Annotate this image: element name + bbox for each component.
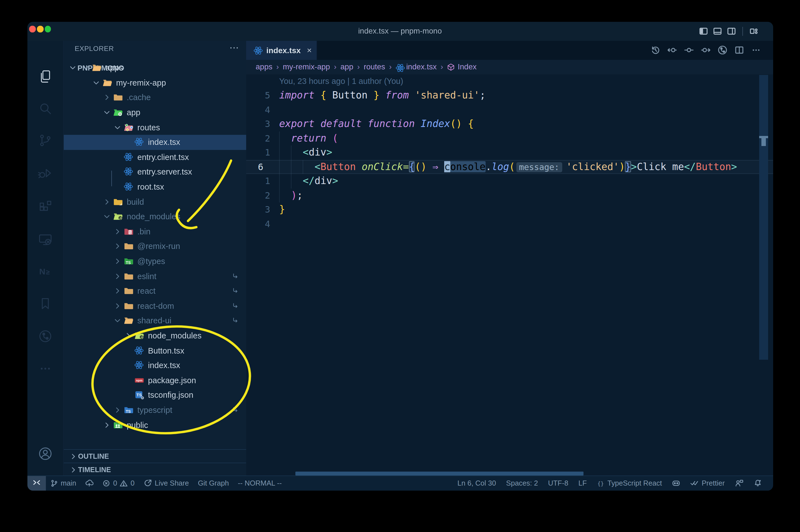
- tree-item-@remix-run[interactable]: @remix-run: [63, 239, 247, 254]
- status-git-graph[interactable]: Git Graph: [193, 476, 233, 490]
- tree-item-Button.tsx[interactable]: Button.tsx: [63, 343, 247, 358]
- activity-accounts[interactable]: [27, 442, 63, 464]
- chevron-down-icon: [103, 213, 111, 221]
- tree-item-label: app: [127, 108, 140, 117]
- outline-section-header[interactable]: OUTLINE: [63, 449, 247, 463]
- search-icon: [38, 101, 52, 115]
- tree-item-shared-ui[interactable]: shared-ui: [63, 313, 247, 328]
- npm-icon: npm: [134, 375, 144, 385]
- breadcrumb-item-app[interactable]: app: [340, 63, 353, 71]
- tree-item-label: react-dom: [137, 302, 174, 310]
- symlink-icon: [232, 287, 240, 295]
- tree-item-react[interactable]: react: [63, 284, 247, 299]
- activity-extensions[interactable]: [27, 195, 63, 217]
- tree-item-eslint[interactable]: eslint: [63, 269, 247, 284]
- tree-item-label: apps: [106, 63, 123, 73]
- more-actions-button[interactable]: [751, 45, 761, 55]
- breadcrumb-item-my-remix-app[interactable]: my-remix-app: [283, 63, 330, 71]
- current-change-button[interactable]: [684, 45, 693, 55]
- split-editor-button[interactable]: [734, 45, 744, 55]
- tree-item-entry.server.tsx[interactable]: entry.server.tsx: [63, 165, 247, 179]
- activity-search[interactable]: [27, 97, 63, 119]
- activity-git-graph[interactable]: [27, 325, 63, 347]
- tree-item-my-remix-app[interactable]: my-remix-app: [63, 75, 247, 90]
- code-line: 4: [246, 217, 773, 231]
- toggle-panel-button[interactable]: [712, 26, 722, 36]
- tab-index-tsx[interactable]: index.tsx ×: [246, 41, 317, 60]
- line-number: 4: [246, 103, 270, 117]
- breadcrumb-item-apps[interactable]: apps: [256, 63, 272, 71]
- sidebar-more-actions-icon[interactable]: ⋯: [229, 42, 239, 53]
- status-vim-mode[interactable]: -- NORMAL --: [233, 476, 286, 490]
- tree-item-label: build: [127, 197, 144, 206]
- tree-item-node_modules[interactable]: JSnode_modules: [63, 209, 247, 224]
- tree-item-label: react: [137, 286, 155, 296]
- activity-source-control[interactable]: [27, 129, 63, 152]
- customize-layout-button[interactable]: [749, 26, 758, 36]
- chevron-right-icon: [69, 466, 78, 474]
- git-branch-circle-button[interactable]: [718, 45, 727, 55]
- timeline-section-header[interactable]: TIMELINE: [63, 463, 247, 477]
- tree-item-tsconfig.json[interactable]: TStsconfig.json: [63, 388, 247, 402]
- tree-item-node_modules[interactable]: JSnode_modules: [63, 328, 247, 343]
- code-line-current: 6 <Button onClick={() ⇒ console.log(mess…: [246, 160, 773, 174]
- close-tab-icon[interactable]: ×: [307, 45, 312, 55]
- activity-bookmarks[interactable]: [27, 292, 63, 315]
- tree-item-package.json[interactable]: npmpackage.json: [63, 373, 247, 388]
- activity-run-debug[interactable]: [27, 162, 63, 185]
- react-icon: [253, 46, 262, 54]
- status-git-branch[interactable]: main: [45, 476, 81, 490]
- toggle-secondary-sidebar-button[interactable]: [726, 26, 736, 36]
- status-publish-sync[interactable]: [81, 476, 98, 490]
- horizontal-scrollbar[interactable]: [296, 471, 584, 475]
- tree-item-label: tsconfig.json: [148, 391, 193, 400]
- folder-tan-icon: [123, 271, 133, 281]
- folder-tan-icon: [113, 93, 123, 103]
- tree-item-@types[interactable]: TS@types: [63, 254, 247, 268]
- previous-change-button[interactable]: [667, 45, 677, 55]
- tree-item-routes[interactable]: routes: [63, 120, 247, 135]
- tree-item-typescript[interactable]: TStypescript: [63, 402, 247, 417]
- breadcrumb-item-routes[interactable]: routes: [364, 63, 385, 71]
- status-prettier[interactable]: Prettier: [686, 476, 729, 490]
- tree-item-react-dom[interactable]: react-dom: [63, 299, 247, 313]
- breadcrumb-item-index.tsx[interactable]: index.tsx: [396, 63, 437, 71]
- status-live-share[interactable]: Live Share: [139, 476, 193, 490]
- status-language-mode[interactable]: {}TypeScript React: [592, 476, 667, 490]
- timeline-button[interactable]: [650, 45, 660, 55]
- toggle-primary-sidebar-button[interactable]: [699, 26, 708, 36]
- activity-more-views[interactable]: [27, 357, 63, 380]
- breadcrumb-item-index[interactable]: Index: [447, 63, 477, 71]
- status-encoding[interactable]: UTF-8: [544, 476, 573, 490]
- status-eol[interactable]: LF: [574, 476, 591, 490]
- tree-item-public[interactable]: public: [63, 418, 247, 433]
- status-remote-window[interactable]: [27, 476, 45, 490]
- activity-explorer[interactable]: [27, 65, 63, 88]
- change-icon: [684, 45, 693, 55]
- tree-item-.cache[interactable]: .cache: [63, 90, 247, 105]
- status-language-mode-label: TypeScript React: [608, 479, 662, 488]
- tree-item-root.tsx[interactable]: root.tsx: [63, 179, 247, 194]
- svg-text:≥: ≥: [45, 268, 49, 276]
- status-copilot[interactable]: [668, 476, 685, 490]
- next-change-button[interactable]: [701, 45, 710, 55]
- tree-item-app[interactable]: app: [63, 105, 247, 120]
- react-icon: [134, 360, 144, 370]
- status-notifications[interactable]: [749, 476, 766, 490]
- status-indentation[interactable]: Spaces: 2: [501, 476, 542, 490]
- status-problems[interactable]: 00: [98, 476, 139, 490]
- braces-icon: {}: [597, 479, 605, 487]
- activity-remote-explorer[interactable]: [27, 228, 63, 251]
- vertical-scrollbar[interactable]: [759, 75, 768, 359]
- status-cursor-position[interactable]: Ln 6, Col 30: [453, 476, 500, 490]
- activity-nx-console[interactable]: N≥: [27, 260, 63, 283]
- tree-item-.bin[interactable]: 0110.bin: [63, 224, 247, 239]
- tree-item-entry.client.tsx[interactable]: entry.client.tsx: [63, 150, 247, 165]
- tree-item-build[interactable]: build: [63, 194, 247, 209]
- tree-item-index.tsx[interactable]: index.tsx: [63, 135, 247, 150]
- tree-item-index.tsx[interactable]: index.tsx: [63, 358, 247, 373]
- code-editor[interactable]: You, 23 hours ago | 1 author (You) 5impo…: [246, 74, 773, 476]
- tree-item-apps[interactable]: apps: [63, 60, 247, 75]
- status-feedback[interactable]: [730, 476, 748, 490]
- symlink-icon: [232, 406, 240, 414]
